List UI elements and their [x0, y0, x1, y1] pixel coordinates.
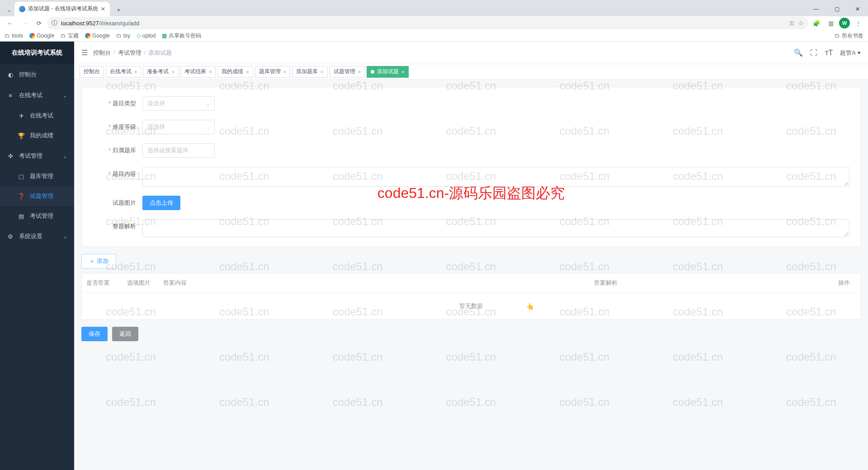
chevron-down-icon: ▾	[858, 49, 861, 56]
side-panel-icon[interactable]: ▥	[825, 17, 837, 29]
address-bar[interactable]: ⓘ localhost:9527/#/exam/qu/add ✕⃝ ☆	[47, 17, 808, 29]
plus-circle-icon: ✜	[7, 153, 14, 160]
chevron-down-icon: ⌄	[206, 101, 210, 106]
label-type: *题目类型	[93, 96, 142, 111]
save-button[interactable]: 保存	[81, 327, 108, 341]
bookmark-item[interactable]: tools	[5, 33, 23, 39]
sidebar-item-exam-manage[interactable]: ▤考试管理	[0, 206, 74, 226]
bookmark-item[interactable]: ▦共享账号密码	[162, 32, 201, 40]
textarea-question-content[interactable]	[142, 167, 849, 187]
clipboard-icon: ▤	[18, 213, 24, 220]
tab-close-icon[interactable]: ✕	[101, 6, 105, 12]
label-content: *题目内容	[93, 167, 142, 181]
dashboard-icon: ◐	[7, 71, 14, 78]
tag-item[interactable]: 试题管理×	[330, 66, 365, 78]
breadcrumb-item[interactable]: 控制台	[93, 49, 111, 57]
label-analysis: 整题解析	[93, 219, 142, 234]
nav-back-icon[interactable]: ←	[4, 17, 16, 29]
user-dropdown[interactable]: 超管A▾	[840, 49, 861, 57]
sidebar-item-online-exam[interactable]: ✈在线考试	[0, 106, 74, 126]
upload-button[interactable]: 点击上传	[142, 196, 180, 210]
bookmark-item[interactable]: txy	[116, 33, 130, 39]
sidebar-item-exam-manage-group[interactable]: ✜考试管理⌃	[0, 146, 74, 166]
topbar: ☰ 控制台 / 考试管理 / 添加试题 🔍 ⛶ ᴛT 超管A▾	[74, 42, 868, 64]
extensions-icon[interactable]: 🧩	[810, 17, 823, 29]
options-section: ＋添加 是否答案 选项图片 答案内容 答案解析 操作 暂无数据	[81, 254, 861, 320]
sidebar-item-question-manage[interactable]: ❓试题管理	[0, 186, 74, 206]
nav-reload-icon[interactable]: ⟳	[33, 17, 45, 29]
col-actions: 操作	[834, 273, 861, 293]
window-maximize-icon[interactable]: ▢	[826, 2, 847, 16]
tag-item[interactable]: 在线考试×	[106, 66, 141, 78]
list-icon: ≡	[7, 92, 14, 99]
bookmark-item[interactable]: 宝藏	[61, 32, 79, 40]
label-repo: *归属题库	[93, 143, 142, 158]
tag-close-icon[interactable]: ×	[246, 69, 249, 75]
tag-close-icon[interactable]: ×	[358, 69, 361, 75]
tag-close-icon[interactable]: ×	[171, 69, 174, 75]
textarea-analysis[interactable]	[142, 219, 849, 237]
font-size-icon[interactable]: ᴛT	[825, 48, 833, 57]
input-repo[interactable]: 选择或搜索题库	[142, 143, 215, 158]
options-table: 是否答案 选项图片 答案内容 答案解析 操作 暂无数据	[81, 273, 861, 320]
col-is-answer: 是否答案	[82, 273, 123, 293]
label-level: *难度等级	[93, 120, 142, 134]
chevron-down-icon: ⌄	[63, 234, 67, 239]
back-button[interactable]: 返回	[112, 327, 138, 341]
window-close-icon[interactable]: ✕	[847, 2, 868, 16]
folder-icon	[835, 33, 840, 39]
sidebar-item-system-settings[interactable]: ⚙系统设置⌄	[0, 226, 74, 247]
google-icon	[29, 33, 35, 38]
tag-item[interactable]: 考试结果×	[180, 66, 216, 78]
share-icon[interactable]: ✕⃝	[790, 20, 794, 27]
add-option-button[interactable]: ＋添加	[81, 254, 116, 268]
topbar-actions: 🔍 ⛶ ᴛT 超管A▾	[794, 48, 861, 57]
breadcrumb-current: 添加试题	[148, 49, 172, 57]
tag-item[interactable]: 添加题库×	[292, 66, 327, 78]
chevron-up-icon: ⌃	[63, 93, 67, 98]
select-difficulty[interactable]: 请选择⌄	[142, 120, 215, 134]
select-question-type[interactable]: 请选择⌄	[142, 96, 215, 111]
tag-close-icon[interactable]: ×	[321, 69, 323, 75]
kebab-menu-icon[interactable]: ⋮	[852, 17, 864, 29]
browser-tab[interactable]: 添加试题 - 在线培训考试系统 ✕	[14, 2, 110, 16]
new-tab-button[interactable]: ＋	[113, 4, 125, 16]
nav-forward-icon[interactable]: →	[18, 17, 31, 29]
breadcrumb-item[interactable]: 考试管理	[118, 49, 142, 57]
tag-item[interactable]: 我的成绩×	[217, 66, 253, 78]
window-controls: — ▢ ✕	[806, 2, 868, 16]
folder-icon	[116, 33, 122, 39]
col-option-image: 选项图片	[123, 273, 159, 293]
tabs-dropdown-icon[interactable]: ⌄	[4, 4, 14, 16]
url-path: /#/exam/qu/add	[99, 20, 140, 27]
bookmark-item[interactable]: Google	[85, 33, 110, 39]
sidebar-item-repo-manage[interactable]: ▢题库管理	[0, 166, 74, 186]
tag-close-icon[interactable]: ×	[134, 69, 137, 75]
plane-icon: ✈	[18, 113, 24, 119]
tag-close-icon[interactable]: ×	[209, 69, 212, 75]
site-info-icon[interactable]: ⓘ	[52, 19, 57, 27]
chevron-down-icon: ⌄	[206, 125, 210, 130]
tag-close-icon[interactable]: ×	[401, 69, 404, 75]
tag-item[interactable]: 控制台	[80, 66, 104, 78]
sidebar-item-online-exam-group[interactable]: ≡在线考试⌃	[0, 85, 74, 106]
bookmark-item[interactable]: ◇uplod	[137, 33, 156, 39]
all-bookmarks[interactable]: 所有书签	[835, 32, 863, 40]
folder-icon	[5, 33, 10, 39]
profile-avatar[interactable]: W	[839, 18, 850, 28]
sidebar-item-console[interactable]: ◐控制台	[0, 64, 74, 85]
tag-close-icon[interactable]: ×	[283, 69, 286, 75]
tag-item[interactable]: 题库管理×	[255, 66, 290, 78]
tag-item[interactable]: 准备考试×	[143, 66, 178, 78]
window-minimize-icon[interactable]: —	[806, 2, 826, 16]
search-icon[interactable]: 🔍	[794, 48, 803, 57]
tab-title: 添加试题 - 在线培训考试系统	[28, 5, 98, 13]
bookmark-item[interactable]: Google	[29, 33, 54, 39]
fullscreen-icon[interactable]: ⛶	[810, 49, 817, 57]
hamburger-icon[interactable]: ☰	[81, 48, 88, 57]
sidebar-item-my-scores[interactable]: 🏆我的成绩	[0, 126, 74, 146]
plus-icon: ＋	[89, 257, 95, 265]
tag-item[interactable]: 添加试题×	[367, 66, 408, 78]
bookmark-star-icon[interactable]: ☆	[798, 20, 804, 27]
gear-icon: ⚙	[7, 233, 14, 240]
